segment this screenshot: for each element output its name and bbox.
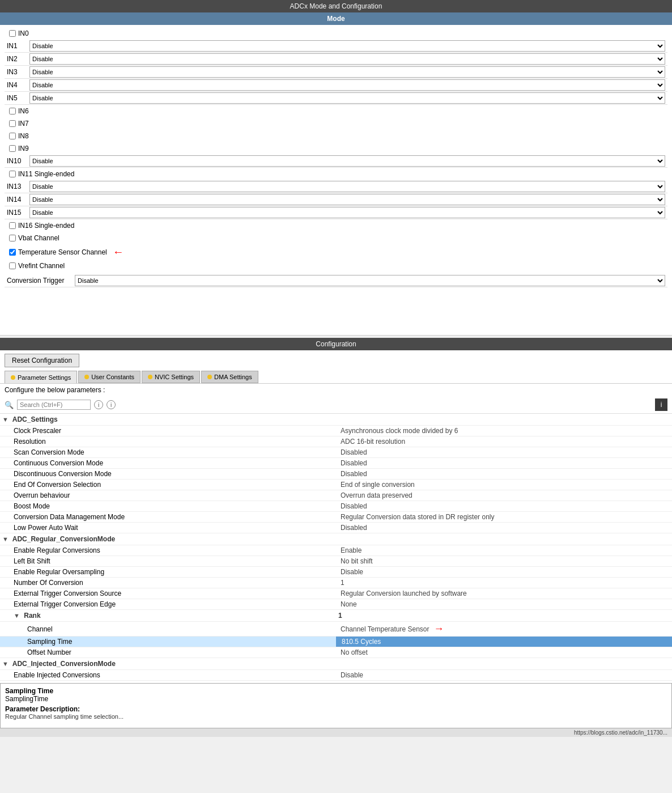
param-value: Disable bbox=[336, 670, 672, 681]
in14-label: IN14 bbox=[7, 196, 29, 203]
param-label: Scan Conversion Mode bbox=[0, 447, 336, 458]
footer-url: https://blogs.cstio.net/adc/in_11730... bbox=[574, 730, 667, 736]
in5-label: IN5 bbox=[7, 94, 29, 102]
in10-label: IN10 bbox=[7, 157, 29, 165]
tab-dma-settings[interactable]: DMA Settings bbox=[201, 371, 258, 383]
in1-label: IN1 bbox=[7, 42, 29, 50]
group-toggle-rank: ▼ bbox=[14, 612, 20, 619]
vrefint-label: Vrefint Channel bbox=[18, 262, 65, 270]
rank-label: Rank bbox=[24, 612, 40, 620]
in13-select[interactable]: Disable bbox=[29, 181, 665, 192]
vbat-label: Vbat Channel bbox=[18, 234, 59, 242]
in4-select[interactable]: Disable bbox=[29, 79, 665, 91]
param-value: Disable bbox=[336, 567, 672, 578]
in1-row: IN1 Disable bbox=[5, 40, 667, 53]
param-value: 1 bbox=[336, 578, 672, 588]
in5-select[interactable]: Disable bbox=[29, 92, 665, 104]
param-value: Regular Conversion data stored in DR reg… bbox=[336, 512, 672, 523]
vrefint-row: Vrefint Channel bbox=[5, 260, 667, 272]
tab-nvic-settings[interactable]: NVIC Settings bbox=[142, 371, 200, 383]
in6-checkbox[interactable] bbox=[9, 108, 16, 115]
in11-row: IN11 Single-ended bbox=[5, 168, 667, 180]
in6-label: IN6 bbox=[18, 107, 29, 115]
rank-value: 1 bbox=[336, 610, 672, 622]
tab-label-dma: DMA Settings bbox=[214, 374, 252, 380]
table-row: Left Bit Shift No bit shift bbox=[0, 556, 672, 567]
param-label-sampling: Sampling Time bbox=[0, 637, 336, 647]
in11-checkbox[interactable] bbox=[9, 171, 16, 177]
search-input[interactable] bbox=[17, 400, 91, 410]
conversion-trigger-label: Conversion Trigger bbox=[7, 277, 75, 285]
in1-select[interactable]: Disable bbox=[29, 40, 665, 52]
param-label: Resolution bbox=[0, 436, 336, 447]
table-row: Clock Prescaler Asynchronous clock mode … bbox=[0, 426, 672, 436]
in3-select[interactable]: Disable bbox=[29, 66, 665, 78]
vbat-checkbox[interactable] bbox=[9, 235, 16, 241]
table-row: Enable Regular Conversions Enable bbox=[0, 545, 672, 556]
param-value: Channel Temperature Sensor → bbox=[336, 622, 672, 636]
param-label: Enable Regular Oversampling bbox=[0, 567, 336, 578]
param-label: Enable Injected Conversions bbox=[0, 670, 336, 681]
in6-row: IN6 bbox=[5, 105, 667, 117]
in0-checkbox[interactable] bbox=[9, 30, 16, 37]
in8-label: IN8 bbox=[18, 132, 29, 140]
table-row: Scan Conversion Mode Disabled bbox=[0, 447, 672, 458]
bottom-param-desc-label: Parameter Description: bbox=[5, 705, 667, 713]
in9-checkbox[interactable] bbox=[9, 145, 16, 152]
tab-dot-user bbox=[84, 375, 89, 379]
mode-header: ADCx Mode and Configuration bbox=[0, 0, 672, 12]
adc-regular-group[interactable]: ▼ ADC_Regular_ConversionMode bbox=[0, 533, 672, 545]
param-value: Disabled bbox=[336, 458, 672, 469]
reset-config-button[interactable]: Reset Configuration bbox=[5, 354, 79, 367]
tab-dot-dma bbox=[207, 375, 212, 379]
conversion-trigger-select[interactable]: Disable bbox=[75, 275, 665, 286]
in7-label: IN7 bbox=[18, 120, 29, 128]
info-icon-1[interactable]: i bbox=[94, 400, 103, 409]
tab-parameter-settings[interactable]: Parameter Settings bbox=[5, 371, 77, 383]
in14-select[interactable]: Disable bbox=[29, 194, 665, 205]
param-value: Enable bbox=[336, 545, 672, 556]
bottom-param-subtitle: SamplingTime bbox=[5, 695, 667, 703]
tab-user-constants[interactable]: User Constants bbox=[78, 371, 141, 383]
in11-label: IN11 Single-ended bbox=[18, 170, 74, 178]
vrefint-checkbox[interactable] bbox=[9, 262, 16, 269]
tab-label-nvic: NVIC Settings bbox=[155, 374, 194, 380]
param-value: No offset bbox=[336, 647, 672, 658]
param-label: Channel bbox=[0, 622, 336, 637]
table-row-sampling-time[interactable]: Sampling Time 810.5 Cycles bbox=[0, 637, 672, 647]
in16-checkbox[interactable] bbox=[9, 222, 16, 229]
param-label: Boost Mode bbox=[0, 501, 336, 512]
info-button-right[interactable]: i bbox=[655, 398, 667, 411]
temp-sensor-row: Temperature Sensor Channel ← bbox=[5, 244, 667, 260]
in8-checkbox[interactable] bbox=[9, 133, 16, 139]
param-value-sampling: 810.5 Cycles bbox=[336, 637, 672, 647]
red-arrow-channel: → bbox=[434, 623, 444, 635]
in7-checkbox[interactable] bbox=[9, 120, 16, 127]
table-row: Discontinuous Conversion Mode Disabled bbox=[0, 469, 672, 480]
tab-dot-nvic bbox=[148, 375, 152, 379]
config-section: Configuration Reset Configuration Parame… bbox=[0, 338, 672, 737]
in15-select[interactable]: Disable bbox=[29, 207, 665, 218]
info-icon-2[interactable]: i bbox=[107, 400, 116, 409]
table-row-end-of-conversion: End Of Conversion Selection End of singl… bbox=[0, 480, 672, 490]
adc-injected-group[interactable]: ▼ ADC_Injected_ConversionMode bbox=[0, 658, 672, 670]
config-header: Configuration bbox=[0, 338, 672, 350]
in2-select[interactable]: Disable bbox=[29, 53, 665, 65]
bottom-param-name: Sampling Time bbox=[5, 687, 667, 695]
in4-row: IN4 Disable bbox=[5, 79, 667, 92]
in10-select[interactable]: Disable bbox=[29, 155, 665, 167]
param-label: Overrun behaviour bbox=[0, 490, 336, 501]
temp-sensor-checkbox[interactable] bbox=[9, 249, 16, 256]
param-value: Overrun data preserved bbox=[336, 490, 672, 501]
params-table: ▼ ADC_Settings Clock Prescaler Asynchron… bbox=[0, 414, 672, 681]
param-value: Disabled bbox=[336, 469, 672, 480]
in2-label: IN2 bbox=[7, 55, 29, 63]
tab-dot-param bbox=[11, 375, 15, 380]
in7-row: IN7 bbox=[5, 117, 667, 130]
rank-group[interactable]: ▼ Rank 1 bbox=[0, 610, 672, 622]
adc-settings-group[interactable]: ▼ ADC_Settings bbox=[0, 414, 672, 426]
in8-row: IN8 bbox=[5, 130, 667, 142]
table-row: External Trigger Conversion Edge None bbox=[0, 599, 672, 610]
mode-section: IN0 IN1 Disable IN2 Disable IN3 Disable … bbox=[0, 25, 672, 336]
table-row-offset: Offset Number No offset bbox=[0, 647, 672, 658]
